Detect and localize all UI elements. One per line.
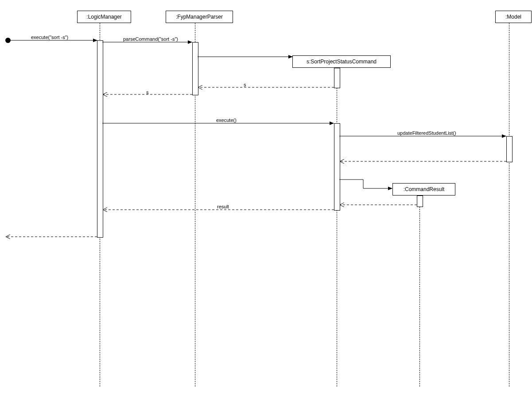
participant-sort-command: s:SortProjectStatusCommand bbox=[292, 55, 391, 68]
activation-model bbox=[506, 136, 513, 162]
msg-parse-command: parseCommand("sort -s") bbox=[123, 36, 178, 42]
msg-execute: execute() bbox=[216, 117, 237, 123]
participant-label: :FypManagerParser bbox=[176, 14, 223, 20]
msg-return-s2: s bbox=[146, 90, 149, 95]
activation-sort-command-2 bbox=[334, 123, 340, 211]
lifeline-command-result bbox=[419, 196, 420, 387]
participant-label: :CommandResult bbox=[404, 186, 445, 192]
activation-command-result bbox=[417, 196, 423, 207]
msg-return-s1: s bbox=[244, 82, 246, 87]
participant-model: :Model bbox=[495, 11, 532, 23]
msg-execute-sort: execute("sort -s") bbox=[31, 35, 68, 40]
activation-fyp-manager-parser bbox=[192, 42, 198, 95]
participant-label: s:SortProjectStatusCommand bbox=[307, 59, 377, 65]
start-node bbox=[5, 38, 11, 43]
msg-update-filtered: updateFilteredStudentList() bbox=[397, 130, 456, 136]
participant-logic-manager: :LogicManager bbox=[77, 11, 131, 23]
activation-sort-command-1 bbox=[334, 68, 340, 88]
lifeline-model bbox=[509, 23, 509, 387]
participant-command-result: :CommandResult bbox=[392, 183, 455, 196]
lifeline-sort-command bbox=[337, 68, 337, 387]
activation-logic-manager bbox=[97, 40, 103, 238]
participant-label: :Model bbox=[505, 14, 521, 20]
participant-fyp-manager-parser: :FypManagerParser bbox=[166, 11, 233, 23]
msg-result: result bbox=[217, 204, 229, 209]
arrows-svg bbox=[0, 0, 532, 395]
participant-label: :LogicManager bbox=[86, 14, 121, 20]
sequence-diagram: :LogicManager :FypManagerParser s:SortPr… bbox=[0, 0, 532, 395]
